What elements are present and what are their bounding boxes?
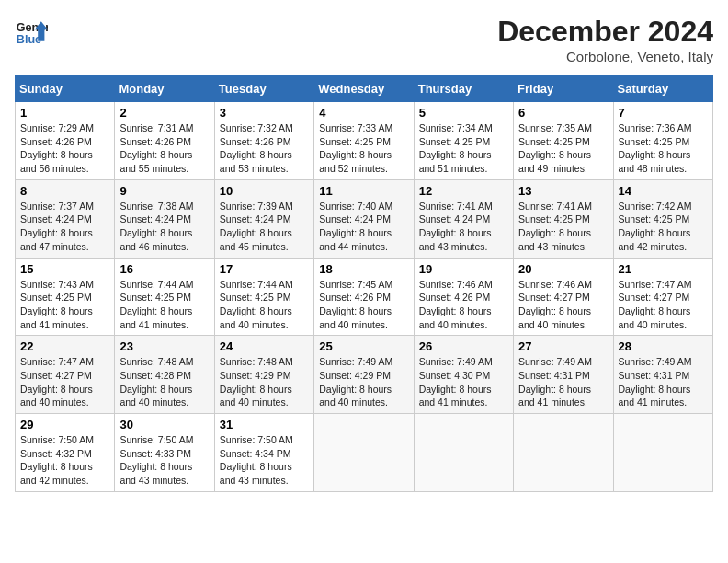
weekday-header-monday: Monday xyxy=(115,76,214,102)
day-number: 21 xyxy=(619,262,708,276)
calendar-cell: 3 Sunrise: 7:32 AMSunset: 4:26 PMDayligh… xyxy=(214,102,313,180)
day-number: 11 xyxy=(319,184,408,198)
cell-info: Sunrise: 7:47 AMSunset: 4:27 PMDaylight:… xyxy=(20,356,94,408)
cell-info: Sunrise: 7:50 AMSunset: 4:34 PMDaylight:… xyxy=(220,434,293,486)
cell-info: Sunrise: 7:32 AMSunset: 4:26 PMDaylight:… xyxy=(220,122,293,174)
calendar-cell: 15 Sunrise: 7:43 AMSunset: 4:25 PMDaylig… xyxy=(16,258,115,336)
day-number: 14 xyxy=(619,184,708,198)
cell-info: Sunrise: 7:45 AMSunset: 4:26 PMDaylight:… xyxy=(319,279,392,330)
day-number: 25 xyxy=(319,339,408,353)
day-number: 20 xyxy=(518,262,608,276)
cell-info: Sunrise: 7:48 AMSunset: 4:29 PMDaylight:… xyxy=(220,356,293,408)
calendar-cell: 8 Sunrise: 7:37 AMSunset: 4:24 PMDayligh… xyxy=(16,179,115,258)
page-header: General Blue December 2024 Corbolone, Ve… xyxy=(15,15,713,64)
calendar-cell: 14 Sunrise: 7:42 AMSunset: 4:25 PMDaylig… xyxy=(613,179,712,258)
calendar-cell: 5 Sunrise: 7:34 AMSunset: 4:25 PMDayligh… xyxy=(414,102,513,180)
day-number: 9 xyxy=(119,184,209,198)
cell-info: Sunrise: 7:49 AMSunset: 4:30 PMDaylight:… xyxy=(419,356,493,408)
cell-info: Sunrise: 7:29 AMSunset: 4:26 PMDaylight:… xyxy=(20,122,94,174)
cell-info: Sunrise: 7:48 AMSunset: 4:28 PMDaylight:… xyxy=(119,356,193,408)
day-number: 5 xyxy=(419,106,508,120)
cell-info: Sunrise: 7:46 AMSunset: 4:26 PMDaylight:… xyxy=(419,279,493,330)
calendar-cell: 9 Sunrise: 7:38 AMSunset: 4:24 PMDayligh… xyxy=(115,179,214,258)
title-block: December 2024 Corbolone, Veneto, Italy xyxy=(497,15,713,64)
calendar-cell: 19 Sunrise: 7:46 AMSunset: 4:26 PMDaylig… xyxy=(414,258,513,336)
cell-info: Sunrise: 7:41 AMSunset: 4:25 PMDaylight:… xyxy=(518,201,592,252)
weekday-header-saturday: Saturday xyxy=(613,76,712,102)
calendar-cell: 16 Sunrise: 7:44 AMSunset: 4:25 PMDaylig… xyxy=(115,258,214,336)
weekday-header-sunday: Sunday xyxy=(16,76,115,102)
day-number: 15 xyxy=(20,262,109,276)
cell-info: Sunrise: 7:37 AMSunset: 4:24 PMDaylight:… xyxy=(20,201,94,252)
calendar-cell: 7 Sunrise: 7:36 AMSunset: 4:25 PMDayligh… xyxy=(613,102,712,180)
calendar-cell: 31 Sunrise: 7:50 AMSunset: 4:34 PMDaylig… xyxy=(214,414,313,492)
cell-info: Sunrise: 7:49 AMSunset: 4:29 PMDaylight:… xyxy=(319,356,392,408)
day-number: 2 xyxy=(119,106,209,120)
month-title: December 2024 xyxy=(497,15,713,49)
day-number: 19 xyxy=(419,262,508,276)
day-number: 13 xyxy=(518,184,608,198)
cell-info: Sunrise: 7:36 AMSunset: 4:25 PMDaylight:… xyxy=(619,122,692,174)
calendar-cell: 27 Sunrise: 7:49 AMSunset: 4:31 PMDaylig… xyxy=(514,336,613,414)
calendar-cell: 11 Sunrise: 7:40 AMSunset: 4:24 PMDaylig… xyxy=(314,179,414,258)
calendar-cell: 1 Sunrise: 7:29 AMSunset: 4:26 PMDayligh… xyxy=(16,102,115,180)
calendar-cell: 18 Sunrise: 7:45 AMSunset: 4:26 PMDaylig… xyxy=(314,258,414,336)
cell-info: Sunrise: 7:38 AMSunset: 4:24 PMDaylight:… xyxy=(119,201,193,252)
day-number: 3 xyxy=(220,106,309,120)
day-number: 7 xyxy=(619,106,708,120)
day-number: 27 xyxy=(518,339,608,353)
calendar-week-3: 15 Sunrise: 7:43 AMSunset: 4:25 PMDaylig… xyxy=(16,258,713,336)
calendar-week-1: 1 Sunrise: 7:29 AMSunset: 4:26 PMDayligh… xyxy=(16,102,713,180)
day-number: 6 xyxy=(518,106,608,120)
calendar-cell: 4 Sunrise: 7:33 AMSunset: 4:25 PMDayligh… xyxy=(314,102,414,180)
calendar-cell: 24 Sunrise: 7:48 AMSunset: 4:29 PMDaylig… xyxy=(214,336,313,414)
logo-icon: General Blue xyxy=(15,15,48,48)
day-number: 17 xyxy=(220,262,309,276)
calendar-cell: 28 Sunrise: 7:49 AMSunset: 4:31 PMDaylig… xyxy=(613,336,712,414)
svg-text:Blue: Blue xyxy=(17,33,41,46)
day-number: 29 xyxy=(20,418,109,431)
cell-info: Sunrise: 7:34 AMSunset: 4:25 PMDaylight:… xyxy=(419,122,493,174)
cell-info: Sunrise: 7:44 AMSunset: 4:25 PMDaylight:… xyxy=(119,279,193,330)
day-number: 1 xyxy=(20,106,109,120)
calendar-cell xyxy=(414,414,513,492)
calendar-cell: 29 Sunrise: 7:50 AMSunset: 4:32 PMDaylig… xyxy=(16,414,115,492)
logo: General Blue xyxy=(15,15,48,48)
cell-info: Sunrise: 7:50 AMSunset: 4:33 PMDaylight:… xyxy=(119,434,193,486)
location-title: Corbolone, Veneto, Italy xyxy=(497,49,713,64)
day-number: 16 xyxy=(119,262,209,276)
calendar-cell: 20 Sunrise: 7:46 AMSunset: 4:27 PMDaylig… xyxy=(514,258,613,336)
calendar-cell: 22 Sunrise: 7:47 AMSunset: 4:27 PMDaylig… xyxy=(16,336,115,414)
day-number: 4 xyxy=(319,106,408,120)
cell-info: Sunrise: 7:42 AMSunset: 4:25 PMDaylight:… xyxy=(619,201,692,252)
day-number: 30 xyxy=(119,418,209,431)
weekday-header-friday: Friday xyxy=(514,76,613,102)
day-number: 31 xyxy=(220,418,309,431)
calendar-cell: 12 Sunrise: 7:41 AMSunset: 4:24 PMDaylig… xyxy=(414,179,513,258)
weekday-header-thursday: Thursday xyxy=(414,76,513,102)
cell-info: Sunrise: 7:49 AMSunset: 4:31 PMDaylight:… xyxy=(518,356,592,408)
calendar-cell: 25 Sunrise: 7:49 AMSunset: 4:29 PMDaylig… xyxy=(314,336,414,414)
cell-info: Sunrise: 7:31 AMSunset: 4:26 PMDaylight:… xyxy=(119,122,193,174)
calendar-cell: 6 Sunrise: 7:35 AMSunset: 4:25 PMDayligh… xyxy=(514,102,613,180)
cell-info: Sunrise: 7:49 AMSunset: 4:31 PMDaylight:… xyxy=(619,356,692,408)
calendar-week-2: 8 Sunrise: 7:37 AMSunset: 4:24 PMDayligh… xyxy=(16,179,713,258)
day-number: 24 xyxy=(220,339,309,353)
day-number: 26 xyxy=(419,339,508,353)
weekday-header-wednesday: Wednesday xyxy=(314,76,414,102)
calendar-cell: 21 Sunrise: 7:47 AMSunset: 4:27 PMDaylig… xyxy=(613,258,712,336)
cell-info: Sunrise: 7:46 AMSunset: 4:27 PMDaylight:… xyxy=(518,279,592,330)
day-number: 22 xyxy=(20,339,109,353)
calendar-cell: 2 Sunrise: 7:31 AMSunset: 4:26 PMDayligh… xyxy=(115,102,214,180)
calendar-cell: 13 Sunrise: 7:41 AMSunset: 4:25 PMDaylig… xyxy=(514,179,613,258)
cell-info: Sunrise: 7:40 AMSunset: 4:24 PMDaylight:… xyxy=(319,201,392,252)
calendar-table: SundayMondayTuesdayWednesdayThursdayFrid… xyxy=(15,75,713,492)
calendar-cell: 10 Sunrise: 7:39 AMSunset: 4:24 PMDaylig… xyxy=(214,179,313,258)
day-number: 18 xyxy=(319,262,408,276)
calendar-cell: 30 Sunrise: 7:50 AMSunset: 4:33 PMDaylig… xyxy=(115,414,214,492)
cell-info: Sunrise: 7:50 AMSunset: 4:32 PMDaylight:… xyxy=(20,434,94,486)
calendar-cell: 23 Sunrise: 7:48 AMSunset: 4:28 PMDaylig… xyxy=(115,336,214,414)
day-number: 12 xyxy=(419,184,508,198)
day-number: 8 xyxy=(20,184,109,198)
cell-info: Sunrise: 7:35 AMSunset: 4:25 PMDaylight:… xyxy=(518,122,592,174)
